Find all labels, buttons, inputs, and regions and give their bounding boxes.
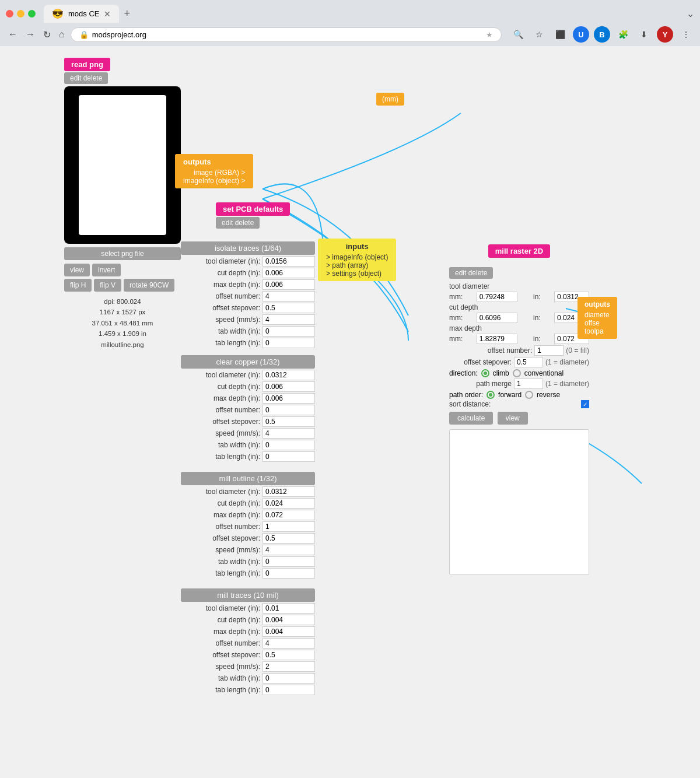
path-merge-input[interactable]	[514, 379, 543, 389]
max-depth-in-label: in:	[533, 335, 541, 343]
param-input[interactable]	[262, 545, 315, 555]
outputs-right-item-1: offse	[584, 319, 610, 327]
param-label: tab length (in):	[181, 453, 262, 461]
param-label: tool diameter (in):	[181, 371, 262, 379]
maximize-button[interactable]	[28, 10, 36, 17]
direction-conventional-radio[interactable]	[513, 369, 521, 377]
offset-number-input[interactable]	[534, 345, 564, 356]
max-depth-mm-input[interactable]	[477, 334, 517, 344]
outputs-right-node: outputs diamete offse toolpa	[578, 297, 617, 339]
home-button[interactable]: ⌂	[57, 28, 67, 41]
user-icon-u[interactable]: U	[573, 26, 589, 43]
param-input[interactable]	[262, 268, 315, 278]
param-input[interactable]	[262, 521, 315, 532]
edge-icon[interactable]: B	[594, 26, 610, 43]
tab-close-icon[interactable]: ✕	[104, 9, 111, 19]
invert-button[interactable]: invert	[92, 264, 121, 276]
offset-stepover-label: offset stepover:	[449, 358, 514, 366]
param-input[interactable]	[262, 314, 315, 325]
param-input[interactable]	[262, 685, 315, 695]
param-input[interactable]	[262, 428, 315, 439]
clear-copper-node: clear copper (1/32) tool diameter (in):c…	[181, 355, 315, 462]
param-input[interactable]	[262, 626, 315, 637]
address-input[interactable]: 🔒 modsproject.org ★	[71, 27, 502, 42]
cut-depth-in-label: in:	[533, 314, 541, 322]
read-png-edit-delete[interactable]: edit delete	[64, 72, 108, 84]
flip-v-button[interactable]: flip V	[94, 279, 121, 292]
path-merge-label: path merge	[449, 380, 514, 388]
param-input[interactable]	[262, 486, 315, 497]
param-row: tab length (in):	[181, 568, 315, 579]
rotate-button[interactable]: rotate 90CW	[124, 279, 174, 292]
active-tab[interactable]: 😎 mods CE ✕	[44, 5, 119, 23]
back-button[interactable]: ←	[6, 28, 20, 41]
new-tab-button[interactable]: +	[124, 8, 130, 20]
param-input[interactable]	[262, 638, 315, 649]
close-button[interactable]	[6, 10, 13, 17]
param-input[interactable]	[262, 256, 315, 267]
minimize-button[interactable]	[17, 10, 24, 17]
param-input[interactable]	[262, 370, 315, 380]
param-input[interactable]	[262, 279, 315, 290]
view-button[interactable]: view	[64, 264, 90, 276]
param-input[interactable]	[262, 568, 315, 579]
param-input[interactable]	[262, 440, 315, 450]
outputs-right-box: outputs diamete offse toolpa	[578, 297, 617, 339]
param-input[interactable]	[262, 650, 315, 660]
sort-distance-checkbox[interactable]: ✓	[581, 400, 589, 408]
param-input[interactable]	[262, 393, 315, 404]
mill-traces-node: mill traces (10 mil) tool diameter (in):…	[181, 588, 315, 695]
param-input[interactable]	[262, 661, 315, 672]
param-input[interactable]	[262, 303, 315, 313]
direction-row: direction: climb conventional	[449, 369, 589, 377]
profile-icon[interactable]: Y	[657, 26, 673, 43]
view-button-mill[interactable]: view	[498, 412, 528, 425]
param-input[interactable]	[262, 405, 315, 415]
calculate-button[interactable]: calculate	[449, 412, 493, 425]
path-order-reverse-radio[interactable]	[525, 391, 533, 399]
param-input[interactable]	[262, 326, 315, 337]
param-row: tab width (in):	[181, 326, 315, 337]
param-label: cut depth (in):	[181, 269, 262, 277]
extensions-icon[interactable]: 🧩	[615, 26, 631, 43]
tab-grid-icon[interactable]: ⬛	[552, 26, 568, 43]
param-input[interactable]	[262, 533, 315, 544]
param-input[interactable]	[262, 615, 315, 625]
browser-chrome: 😎 mods CE ✕ + ⌄ ← → ↻ ⌂ 🔒 modsproject.or…	[0, 0, 700, 46]
outputs-right-title: outputs	[584, 300, 610, 309]
param-row: tool diameter (in):	[181, 603, 315, 614]
cut-depth-mm-input[interactable]	[477, 313, 517, 323]
cut-depth-label-row: cut depth	[449, 303, 589, 311]
menu-icon[interactable]: ⋮	[678, 26, 694, 43]
reload-button[interactable]: ↻	[41, 28, 53, 41]
tab-menu-button[interactable]: ⌄	[687, 8, 694, 19]
tool-dia-mm-input[interactable]	[477, 292, 517, 302]
param-input[interactable]	[262, 673, 315, 684]
param-input[interactable]	[262, 381, 315, 392]
param-input[interactable]	[262, 510, 315, 520]
set-pcb-edit-delete[interactable]: edit delete	[216, 217, 260, 229]
flip-h-button[interactable]: flip H	[64, 279, 92, 292]
param-row: offset number:	[181, 521, 315, 532]
offset-stepover-input[interactable]	[514, 357, 543, 367]
tool-diameter-label: tool diameter	[449, 282, 489, 290]
direction-climb-radio[interactable]	[481, 369, 489, 377]
forward-button[interactable]: →	[23, 28, 37, 41]
select-png-button[interactable]: select png file	[64, 247, 181, 260]
mill-raster-edit-delete[interactable]: edit delete	[449, 267, 493, 279]
param-row: cut depth (in):	[181, 268, 315, 278]
path-order-forward-radio[interactable]	[487, 391, 495, 399]
param-input[interactable]	[262, 416, 315, 427]
param-input[interactable]	[262, 556, 315, 567]
param-input[interactable]	[262, 603, 315, 614]
param-input[interactable]	[262, 291, 315, 302]
param-row: offset stepover:	[181, 650, 315, 660]
download-icon[interactable]: ⬇	[636, 26, 652, 43]
param-input[interactable]	[262, 498, 315, 509]
bookmark-icon[interactable]: ☆	[531, 26, 547, 43]
param-input[interactable]	[262, 338, 315, 348]
outputs-title: outputs	[183, 157, 245, 166]
param-input[interactable]	[262, 451, 315, 462]
search-icon[interactable]: 🔍	[510, 26, 526, 43]
param-label: offset number:	[181, 406, 262, 414]
